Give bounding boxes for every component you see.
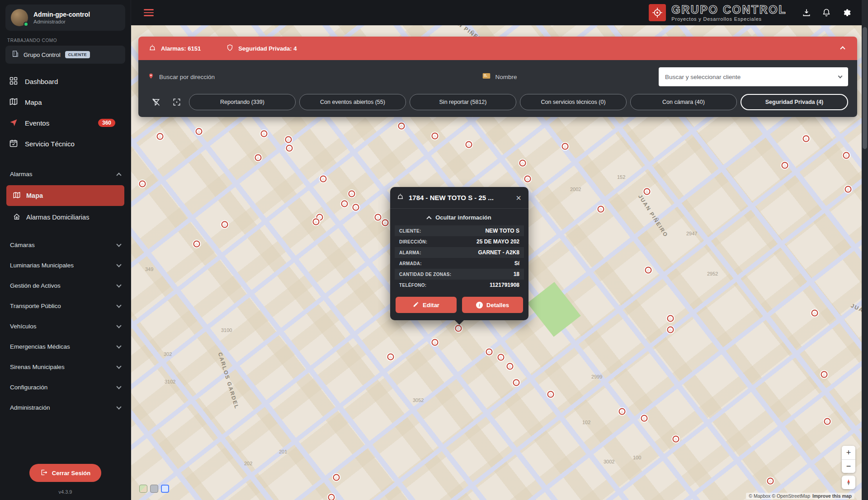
- alarm-marker[interactable]: ⌂: [644, 188, 651, 195]
- fit-bounds-button[interactable]: [168, 93, 185, 111]
- alarm-marker[interactable]: ⌂: [843, 152, 850, 159]
- alarm-marker[interactable]: ⌂: [845, 186, 852, 193]
- section-sirenas-municipales[interactable]: Sirenas Municipales: [0, 357, 131, 377]
- zoom-out-button[interactable]: −: [842, 459, 855, 473]
- alarm-marker[interactable]: ⌂: [313, 219, 320, 225]
- block-number-label: 102: [582, 420, 590, 425]
- notifications-bell-icon[interactable]: [822, 8, 831, 17]
- client-selector[interactable]: Grupo Control CLIENTE: [5, 46, 125, 64]
- edit-button[interactable]: Editar: [396, 297, 457, 313]
- alarm-marker[interactable]: ⌂: [353, 204, 359, 211]
- alarm-marker[interactable]: ⌂: [562, 143, 569, 150]
- alarm-marker[interactable]: ⌂: [157, 133, 164, 140]
- alarm-marker[interactable]: ⌂: [333, 474, 340, 481]
- nav-item-servicio-tecnico[interactable]: Servicio Técnico: [0, 133, 131, 154]
- alarm-marker[interactable]: ⌂: [507, 363, 514, 370]
- filter-eventos-abiertos[interactable]: Con eventos abiertos (55): [299, 94, 406, 110]
- alarm-marker[interactable]: ⌂: [547, 391, 554, 398]
- section-emergencias-medicas[interactable]: Emergencias Médicas: [0, 336, 131, 357]
- alarm-marker[interactable]: ⌂: [320, 176, 327, 182]
- alarm-marker[interactable]: ⌂: [519, 160, 526, 167]
- alarm-marker[interactable]: ⌂: [667, 315, 674, 322]
- filter-servicios-tecnicos[interactable]: Con servicios técnicos (0): [520, 94, 627, 110]
- section-vehiculos[interactable]: Vehículos: [0, 316, 131, 336]
- alarm-marker[interactable]: ⌂: [387, 354, 394, 360]
- alarm-marker[interactable]: ⌂: [398, 123, 405, 130]
- alarm-marker[interactable]: ⌂: [524, 176, 531, 182]
- alarm-marker[interactable]: ⌂: [803, 136, 810, 142]
- alarm-marker[interactable]: ⌂: [286, 145, 293, 152]
- client-select-dropdown[interactable]: Buscar y seleccionar cliente: [659, 67, 848, 86]
- alarm-marker[interactable]: ⌂: [255, 154, 262, 161]
- layer-style-gray[interactable]: [150, 485, 158, 493]
- address-search-input[interactable]: [159, 74, 474, 80]
- compass-button[interactable]: [842, 476, 855, 489]
- brand-title: GRUPO CONTROL: [671, 4, 787, 15]
- settings-gear-icon[interactable]: [842, 8, 851, 17]
- alarm-marker[interactable]: ⌂: [598, 206, 604, 213]
- collapse-panel-button[interactable]: [838, 42, 847, 55]
- user-profile-card[interactable]: Admin-gpe-control Administrador: [5, 5, 125, 31]
- filter-con-camara[interactable]: Con cámara (40): [630, 94, 737, 110]
- alarm-marker[interactable]: ⌂: [824, 418, 831, 425]
- alarm-marker[interactable]: ⌂: [375, 214, 382, 221]
- alarm-marker[interactable]: ⌂: [193, 241, 200, 248]
- alarm-marker[interactable]: ⌂: [328, 494, 335, 500]
- name-search-input[interactable]: [495, 74, 651, 80]
- alarm-marker[interactable]: ⌂: [821, 371, 828, 378]
- menu-toggle[interactable]: [144, 7, 154, 18]
- layer-style-selected[interactable]: [161, 485, 169, 493]
- sidebar-item-alarmas-domiciliarias[interactable]: Alarmas Domiciliarias: [6, 207, 124, 228]
- page-scrollbar[interactable]: [862, 0, 868, 500]
- section-gestion-de-activos[interactable]: Gestión de Activos: [0, 276, 131, 296]
- alarm-marker[interactable]: ⌂: [645, 267, 652, 274]
- alarm-marker[interactable]: ⌂: [641, 415, 648, 422]
- download-icon[interactable]: [802, 8, 811, 17]
- alarm-marker[interactable]: ⌂: [498, 354, 505, 361]
- alarm-marker[interactable]: ⌂: [341, 201, 348, 207]
- map-attribution[interactable]: © Mapbox © OpenStreetMapImprove this map: [746, 493, 854, 499]
- alarm-marker[interactable]: ⌂: [767, 478, 774, 485]
- alarm-marker[interactable]: ⌂: [285, 136, 292, 143]
- filter-reportando[interactable]: Reportando (339): [189, 94, 296, 110]
- sidebar-item-alarmas-mapa[interactable]: Mapa: [6, 185, 124, 206]
- alarm-marker[interactable]: ⌂: [432, 339, 439, 346]
- alarm-marker[interactable]: ⌂: [486, 349, 493, 355]
- popup-info-toggle[interactable]: Ocultar información: [390, 209, 528, 225]
- nav-item-eventos[interactable]: Eventos 360: [0, 112, 131, 133]
- section-camaras[interactable]: Cámaras: [0, 235, 131, 255]
- alarm-marker[interactable]: ⌂: [455, 325, 462, 332]
- logout-button[interactable]: Cerrar Sesión: [29, 464, 101, 482]
- filter-seguridad-privada[interactable]: Seguridad Privada (4): [741, 94, 848, 110]
- alarm-marker[interactable]: ⌂: [139, 181, 146, 187]
- alarm-marker[interactable]: ⌂: [811, 310, 818, 317]
- alarm-marker[interactable]: ⌂: [673, 436, 679, 443]
- nav-item-dashboard[interactable]: Dashboard: [0, 71, 131, 92]
- alarm-marker[interactable]: ⌂: [466, 141, 472, 148]
- improve-map-link[interactable]: Improve this map: [812, 493, 852, 499]
- alarm-marker[interactable]: ⌂: [782, 162, 788, 169]
- section-luminarias-municipales[interactable]: Luminarias Municipales: [0, 255, 131, 276]
- close-icon[interactable]: ×: [515, 193, 522, 202]
- section-administracion[interactable]: Administración: [0, 397, 131, 418]
- nav-item-mapa[interactable]: Mapa: [0, 92, 131, 112]
- section-alarmas[interactable]: Alarmas: [0, 164, 131, 184]
- alarm-marker[interactable]: ⌂: [432, 133, 439, 140]
- alarm-marker[interactable]: ⌂: [196, 128, 203, 135]
- alarm-marker[interactable]: ⌂: [619, 408, 626, 415]
- zoom-in-button[interactable]: +: [842, 446, 855, 459]
- clear-filters-button[interactable]: [147, 93, 165, 111]
- alarm-marker[interactable]: ⌂: [667, 327, 674, 333]
- alarm-marker[interactable]: ⌂: [222, 221, 228, 228]
- alarm-marker[interactable]: ⌂: [382, 220, 389, 226]
- map-canvas[interactable]: 1784 - NEW TOTO S - 25 ... × Ocultar inf…: [131, 25, 862, 500]
- alarm-marker[interactable]: ⌂: [349, 191, 355, 197]
- section-transporte-publico[interactable]: Transporte Público: [0, 296, 131, 316]
- alarm-marker[interactable]: ⌂: [513, 379, 520, 386]
- section-configuracion[interactable]: Configuración: [0, 377, 131, 397]
- layer-style-streets[interactable]: [139, 485, 147, 493]
- scrollbar-thumb[interactable]: [863, 27, 867, 149]
- alarm-marker[interactable]: ⌂: [261, 131, 268, 137]
- filter-sin-reportar[interactable]: Sin reportar (5812): [410, 94, 516, 110]
- details-button[interactable]: i Detalles: [462, 297, 523, 313]
